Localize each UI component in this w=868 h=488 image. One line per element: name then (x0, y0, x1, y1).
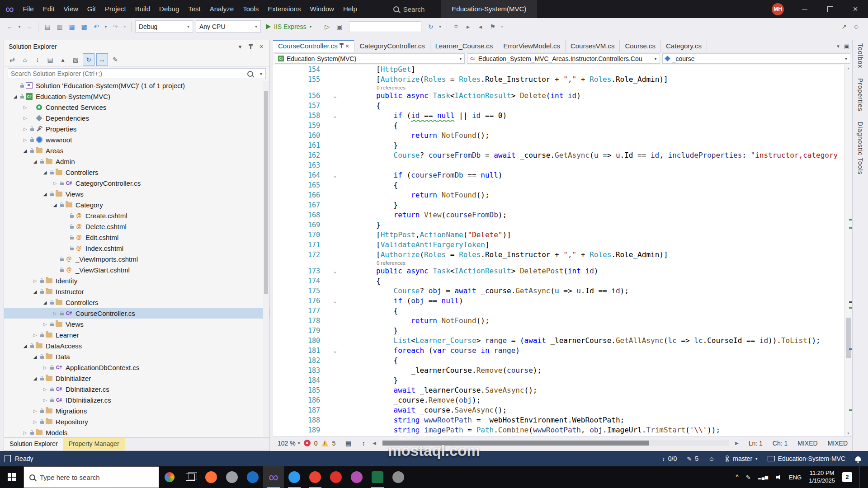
show-desktop-button[interactable] (859, 466, 863, 488)
tree-item-applicationdbcontext-cs[interactable]: ▷C#ApplicationDbContext.cs (4, 362, 269, 373)
fold-collapse-icon[interactable]: ⌄ (330, 170, 340, 180)
fold-collapse-icon[interactable]: ⌄ (330, 111, 340, 121)
warning-count[interactable]: 5 (332, 440, 336, 447)
editor-horizontal-scrollbar[interactable] (382, 440, 729, 446)
menu-item-extensions[interactable]: Extensions (263, 0, 305, 18)
menu-item-test[interactable]: Test (184, 0, 205, 18)
code-line[interactable]: 162 Course? courseFromDb = await _course… (273, 150, 852, 160)
tree-item-repository[interactable]: ▷Repository (4, 416, 269, 427)
refresh-icon[interactable]: ↻ (425, 21, 436, 33)
navigate-backward-icon[interactable]: ← (5, 21, 15, 33)
tab-learner-course-cs[interactable]: Learner_Course.cs (430, 40, 499, 52)
save-icon[interactable]: ▦ (66, 21, 77, 33)
tree-expanded-arrow-icon[interactable]: ◢ (21, 343, 29, 348)
profiler-icon[interactable]: ▣ (334, 21, 345, 33)
menu-item-window[interactable]: Window (306, 0, 339, 18)
code-line[interactable]: 178 return NotFound(); (273, 316, 852, 326)
code-line[interactable]: 176⌄ if (obj == null) (273, 296, 852, 306)
tree-item-learner[interactable]: ▷Learner (4, 329, 269, 340)
tree-collapsed-arrow-icon[interactable]: ▷ (41, 322, 49, 327)
tree-collapsed-arrow-icon[interactable]: ▷ (51, 181, 59, 186)
properties-icon[interactable]: ✎ (110, 54, 121, 66)
tree-expanded-arrow-icon[interactable]: ◢ (31, 376, 39, 381)
map-mode-icon[interactable]: ↕ (358, 437, 369, 449)
navigate-backward-caret[interactable]: ▾ (17, 21, 22, 33)
tab-course-cs[interactable]: Course.cs (620, 40, 661, 52)
menu-item-file[interactable]: File (19, 0, 38, 18)
minimize-button[interactable] (792, 0, 817, 18)
solution-search-input[interactable] (8, 68, 266, 79)
tree-item-edit-cshtml[interactable]: @Edit.cshtml (4, 232, 269, 243)
code-line[interactable]: 161 } (273, 141, 852, 150)
pending-edits-status[interactable]: ✎ 5 (687, 455, 698, 462)
tree-item-create-cshtml[interactable]: @Create.cshtml (4, 210, 269, 221)
bookmark-caret[interactable]: ▾ (500, 21, 505, 33)
platform-dropdown[interactable]: Any CPU▾ (196, 20, 261, 33)
chrome-icon[interactable] (305, 466, 326, 488)
refresh-caret[interactable]: ▾ (438, 21, 443, 33)
pin-icon[interactable] (341, 45, 342, 48)
pending-changes-icon[interactable]: ↕ (32, 54, 43, 66)
scrollbar-thumb[interactable] (382, 441, 649, 446)
menu-item-analyze[interactable]: Analyze (205, 0, 238, 18)
tab-coursecontroller-cs[interactable]: CourseController.cs× (273, 40, 354, 52)
quick-actions-icon[interactable]: ≡ (451, 21, 462, 33)
code-line[interactable]: 179 } (273, 326, 852, 336)
code-line[interactable]: 180 List<Learner_Course> range = (await … (273, 336, 852, 346)
redo-icon[interactable]: ↷ (110, 21, 121, 33)
project-breadcrumb-dropdown[interactable]: C# Education-System(MVC) ▾ (275, 53, 465, 64)
tree-collapsed-arrow-icon[interactable]: ▷ (21, 137, 29, 142)
tree-item-dbinitializer[interactable]: ◢DbInitializer (4, 373, 269, 384)
code-line[interactable]: 185 await _learnerCourse.SaveAsync(); (273, 385, 852, 395)
menu-item-git[interactable]: Git (83, 0, 100, 18)
code-line[interactable]: 166 return NotFound(); (273, 190, 852, 200)
outlook-icon[interactable] (242, 466, 263, 488)
taskbar-search[interactable]: Type here to search (24, 466, 159, 488)
tree-item-instructor[interactable]: ◢Instructor (4, 286, 269, 297)
tree-item-idbinitializer-cs[interactable]: ▷C#IDbInitializer.cs (4, 394, 269, 405)
error-count[interactable]: 0 (314, 440, 318, 447)
tree-collapsed-arrow-icon[interactable]: ▷ (51, 311, 59, 316)
tree-item-data[interactable]: ◢Data (4, 351, 269, 362)
tree-collapsed-arrow-icon[interactable]: ▷ (31, 408, 39, 413)
close-button[interactable]: × (843, 0, 868, 18)
scrollbar-thumb[interactable] (264, 91, 268, 294)
new-file-icon[interactable]: ▤ (42, 21, 53, 33)
scroll-up-icon[interactable]: ▴ (844, 66, 852, 70)
scroll-left-icon[interactable]: ◀ (373, 441, 376, 446)
configuration-dropdown[interactable]: Debug▾ (135, 20, 193, 33)
editor-vertical-scrollbar[interactable]: ▴ ▾ (844, 65, 852, 436)
code-line[interactable]: 187 await _course.SaveAsync(); (273, 405, 852, 415)
tree-item-delete-cshtml[interactable]: @Delete.cshtml (4, 221, 269, 232)
tree-item-viewstart-cshtml[interactable]: @_ViewStart.cshtml (4, 264, 269, 275)
panel-tab-property-manager[interactable]: Property Manager (63, 438, 125, 450)
tree-collapsed-arrow-icon[interactable]: ▷ (31, 333, 39, 338)
toolbar-search-input[interactable] (349, 21, 421, 32)
window-position-icon[interactable]: ▾ (235, 41, 245, 52)
titlebar-search[interactable]: Search (393, 5, 425, 13)
scroll-down-icon[interactable]: ▾ (844, 431, 852, 436)
code-line[interactable]: 155 [Authorize(Roles = Roles.Role_Instru… (273, 75, 852, 84)
redo-caret[interactable]: ▾ (122, 21, 127, 33)
tree-item-coursecontroller-cs[interactable]: ▷C#CourseController.cs (4, 308, 269, 319)
tab-coursesvm-cs[interactable]: CoursesVM.cs (566, 40, 620, 52)
task-view-button[interactable] (180, 466, 201, 488)
refresh-icon[interactable]: ↻ (83, 53, 94, 66)
menu-item-debug[interactable]: Debug (155, 0, 184, 18)
menu-item-tools[interactable]: Tools (238, 0, 263, 18)
fold-collapse-icon[interactable]: ⌄ (330, 346, 340, 356)
excel-icon[interactable] (367, 466, 388, 488)
document-list-icon[interactable]: ▣ (844, 43, 849, 50)
tree-expanded-arrow-icon[interactable]: ◢ (31, 159, 39, 164)
menu-item-project[interactable]: Project (100, 0, 131, 18)
tree-item-viewimports-cshtml[interactable]: @_ViewImports.cshtml (4, 253, 269, 264)
tree-item-dbinitializer-cs[interactable]: ▷C#DbInitializer.cs (4, 384, 269, 394)
maximize-button[interactable] (817, 0, 843, 18)
type-breadcrumb-dropdown[interactable]: C# Education_System_MVC_Areas.Instructor… (467, 53, 660, 64)
panel-tab-solution-explorer[interactable]: Solution Explorer (4, 438, 63, 450)
tree-item-wwwroot[interactable]: ▷wwwroot (4, 134, 269, 145)
start-without-debugging-icon[interactable]: ▷ (322, 21, 333, 33)
close-icon[interactable]: × (345, 42, 349, 50)
code-line[interactable]: 186 _course.Remove(obj); (273, 395, 852, 405)
search-options-caret[interactable]: ▾ (260, 71, 262, 76)
